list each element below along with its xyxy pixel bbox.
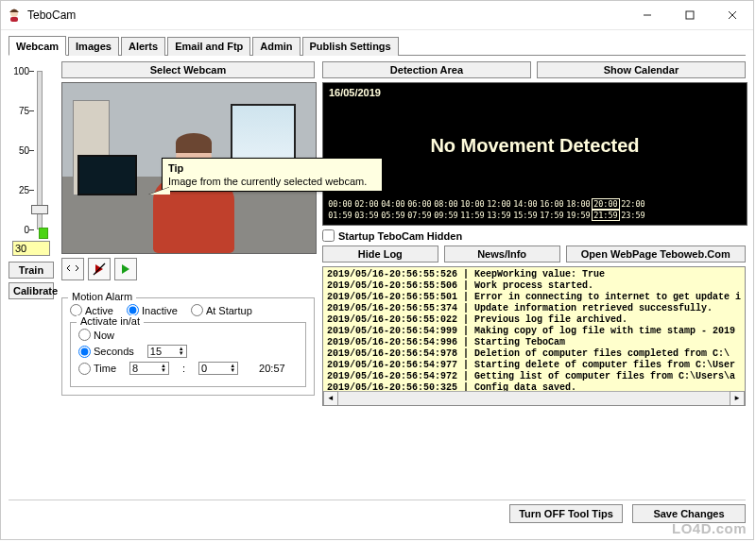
svg-rect-3 xyxy=(686,11,694,19)
log-scrollbar[interactable]: ◄ ► xyxy=(323,391,745,405)
clock-text: 20:57 xyxy=(259,363,285,374)
slider-thumb[interactable] xyxy=(31,205,48,214)
select-webcam-button[interactable]: Select Webcam xyxy=(61,61,315,78)
detection-timeline: 00:0002:0004:0006:0008:0010:0012:0014:00… xyxy=(327,198,743,221)
calibrate-button[interactable]: Calibrate xyxy=(9,282,54,299)
level-indicator xyxy=(39,228,48,239)
tab-email-ftp[interactable]: Email and Ftp xyxy=(167,37,250,56)
tab-images[interactable]: Images xyxy=(68,37,119,56)
slider-label-0: 0 xyxy=(9,225,29,235)
detection-date: 16/05/2019 xyxy=(329,87,381,98)
slider-label-75: 75 xyxy=(9,106,29,116)
slider-label-50: 50 xyxy=(9,145,29,156)
scroll-left-icon[interactable]: ◄ xyxy=(323,391,338,406)
startup-hidden-checkbox[interactable]: Startup TeboCam Hidden xyxy=(322,229,746,242)
motion-alarm-legend: Motion Alarm xyxy=(68,291,136,302)
app-icon xyxy=(7,8,22,23)
radio-at-startup[interactable]: At Startup xyxy=(191,304,252,316)
seconds-spinner[interactable]: 15▲▼ xyxy=(147,345,187,358)
tooltip-title: Tip xyxy=(168,162,376,174)
train-button[interactable]: Train xyxy=(9,262,54,279)
detection-area-button[interactable]: Detection Area xyxy=(322,61,531,78)
titlebar: TeboCam xyxy=(1,1,753,30)
detection-panel[interactable]: 16/05/2019 No Movement Detected 00:0002:… xyxy=(322,82,747,226)
slider-label-25: 25 xyxy=(9,185,29,195)
maximize-button[interactable] xyxy=(668,1,711,29)
show-calendar-button[interactable]: Show Calendar xyxy=(537,61,746,78)
detection-message: No Movement Detected xyxy=(323,135,747,157)
slider-label-100: 100 xyxy=(9,66,29,76)
scroll-right-icon[interactable]: ► xyxy=(730,391,745,406)
tab-admin[interactable]: Admin xyxy=(252,37,300,56)
threshold-input[interactable] xyxy=(12,241,50,256)
close-button[interactable] xyxy=(711,1,753,29)
record-disabled-icon[interactable] xyxy=(88,258,111,280)
news-info-button[interactable]: News/Info xyxy=(444,246,560,263)
app-window: TeboCam Webcam Images Alerts Email and F… xyxy=(0,0,754,540)
radio-seconds[interactable]: Seconds xyxy=(78,346,134,358)
open-webpage-button[interactable]: Open WebPage Teboweb.Com xyxy=(566,246,746,263)
window-controls xyxy=(626,1,753,29)
radio-now[interactable]: Now xyxy=(78,329,114,341)
bottom-bar: Turn OFF Tool Tips Save Changes xyxy=(9,500,746,523)
log-panel[interactable]: 2019/05/16-20:56:55:526 | KeepWorking va… xyxy=(322,266,746,406)
threshold-slider[interactable]: 100 75 50 25 0 xyxy=(9,65,54,235)
minimize-button[interactable] xyxy=(626,1,668,29)
svg-rect-1 xyxy=(10,17,18,22)
radio-time[interactable]: Time xyxy=(78,363,116,375)
tab-publish[interactable]: Publish Settings xyxy=(302,37,399,56)
tabs: Webcam Images Alerts Email and Ftp Admin… xyxy=(9,36,746,56)
time-hour-spinner[interactable]: 8▲▼ xyxy=(129,362,169,375)
svg-line-7 xyxy=(94,263,105,275)
activate-legend: Activate in/at xyxy=(77,315,144,327)
turn-off-tooltips-button[interactable]: Turn OFF Tool Tips xyxy=(509,504,623,523)
save-changes-button[interactable]: Save Changes xyxy=(632,504,746,523)
tab-alerts[interactable]: Alerts xyxy=(121,37,165,56)
window-title: TeboCam xyxy=(27,8,626,22)
tooltip-body: Image from the currently selected webcam… xyxy=(168,176,376,187)
hide-log-button[interactable]: Hide Log xyxy=(322,246,438,263)
record-enabled-icon[interactable] xyxy=(114,258,137,280)
motion-alarm-group: Motion Alarm Active Inactive At Startup … xyxy=(61,297,315,396)
tooltip: Tip Image from the currently selected we… xyxy=(162,158,383,192)
svg-marker-8 xyxy=(122,264,129,274)
expand-icon[interactable] xyxy=(61,258,84,280)
tab-webcam[interactable]: Webcam xyxy=(9,36,66,56)
time-min-spinner[interactable]: 0▲▼ xyxy=(198,362,238,375)
